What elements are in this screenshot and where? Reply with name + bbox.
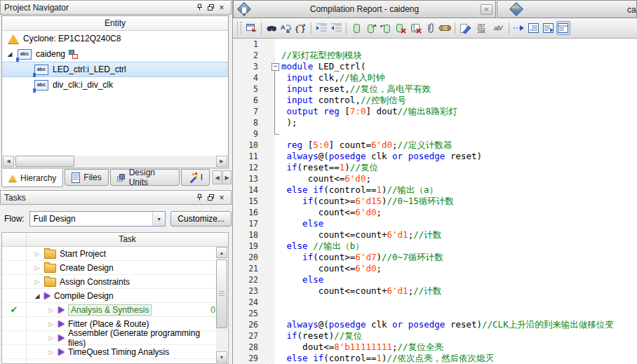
code-line[interactable]: 16 count<=6'd0; bbox=[233, 207, 637, 218]
close-icon[interactable]: × bbox=[216, 192, 227, 203]
code-line[interactable]: 7 output reg [7:0] dout//输出8路彩灯 bbox=[233, 106, 637, 117]
code-line[interactable]: 18 count<=count+6'd1;//计数 bbox=[233, 229, 637, 241]
spell-check-icon[interactable]: ab/ bbox=[490, 21, 506, 35]
task-row[interactable]: ◢Compile Design bbox=[2, 289, 228, 303]
scroll-up-icon[interactable]: ▲ bbox=[216, 247, 227, 258]
scrollbar-thumb[interactable] bbox=[15, 156, 74, 167]
code-window-titlebar[interactable]: ca bbox=[497, 0, 637, 18]
task-row[interactable]: ▷Assign Constraints bbox=[2, 275, 228, 289]
tab-files[interactable]: Files bbox=[65, 169, 108, 186]
code-line[interactable]: 25 bbox=[233, 308, 637, 319]
expand-arrow-icon[interactable]: ▷ bbox=[34, 250, 41, 257]
code-line[interactable]: 10 reg [5:0] count=6'd0;//定义计数器 bbox=[233, 140, 637, 151]
view-report-icon[interactable] bbox=[527, 21, 541, 35]
code-line[interactable]: 4 input clk,//输入时钟 bbox=[233, 72, 637, 83]
code-line[interactable]: 5 input reset,//复位，高电平有效 bbox=[233, 83, 637, 95]
collapse-arrow-icon[interactable]: ◢ bbox=[34, 292, 41, 299]
scrollbar-thumb[interactable] bbox=[216, 259, 227, 328]
code-line[interactable]: 11 always@(posedge clk or posedge reset) bbox=[233, 151, 637, 162]
code-line[interactable]: 29 else if(control==1)//依次点亮，然后依次熄灭 bbox=[233, 353, 637, 364]
code-line[interactable]: 20 if(count>=6'd7)//0~7循环计数 bbox=[233, 252, 637, 263]
code-line[interactable]: 21 count<=6'd0; bbox=[233, 263, 637, 274]
expand-arrow-icon[interactable]: ▷ bbox=[34, 264, 41, 271]
toolbar-grip[interactable] bbox=[237, 22, 241, 34]
task-row[interactable]: ▷Assembler (Generate programming files) bbox=[2, 331, 228, 345]
task-row[interactable]: ▷TimeQuest Timing Analysis bbox=[2, 345, 228, 359]
code-line[interactable]: 22 else bbox=[233, 274, 637, 285]
edit-pencil-icon[interactable] bbox=[458, 21, 472, 35]
code-line[interactable]: 14 else if(control==1)//输出（a） bbox=[233, 184, 637, 196]
float-window-icon[interactable] bbox=[205, 2, 216, 13]
replace-icon[interactable]: AB bbox=[279, 21, 293, 35]
code-line[interactable]: 27 if(reset)//复位 bbox=[233, 330, 637, 342]
tree-item-device[interactable]: Cyclone: EP1C12Q240C8 bbox=[2, 31, 228, 46]
line-count-icon[interactable]: 267268 bbox=[473, 21, 490, 35]
code-line[interactable]: 23 count<=count+6'd1;//计数 bbox=[233, 285, 637, 297]
pin-icon[interactable] bbox=[194, 192, 205, 203]
float-window-icon[interactable] bbox=[205, 192, 216, 203]
tab-ip-components[interactable]: I bbox=[181, 169, 210, 186]
code-line[interactable]: 9 bbox=[233, 128, 637, 140]
scroll-down-icon[interactable]: ▼ bbox=[216, 351, 227, 363]
expand-arrow-icon[interactable]: ▷ bbox=[34, 278, 41, 285]
tree-item-top-entity[interactable]: ◢ caideng bbox=[2, 46, 228, 62]
close-icon[interactable]: × bbox=[216, 2, 227, 13]
code-line[interactable]: 28 dout<=8'b11111111;//复位全亮 bbox=[233, 342, 637, 353]
fold-collapse-icon[interactable] bbox=[271, 63, 279, 71]
code-line[interactable]: 15 if(count>=6'd15)//0~15循环计数 bbox=[233, 196, 637, 207]
code-line[interactable]: 12 if(reset==1)//复位 bbox=[233, 162, 637, 173]
flow-select[interactable]: Full Design ▼ bbox=[29, 211, 166, 227]
vertical-scrollbar[interactable]: ▲ ▼ bbox=[216, 247, 227, 363]
code-line[interactable]: 8 ); bbox=[233, 117, 637, 128]
tab-hierarchy[interactable]: Hierarchy bbox=[1, 169, 63, 187]
view-split-icon[interactable] bbox=[556, 21, 570, 35]
scroll-right-icon[interactable]: ▶ bbox=[216, 156, 227, 167]
task-row[interactable]: ▷ bbox=[2, 359, 228, 364]
expand-arrow-icon[interactable]: ▷ bbox=[48, 306, 55, 314]
expanded-arrow-icon[interactable]: ◢ bbox=[6, 50, 13, 58]
view-file-icon[interactable] bbox=[542, 21, 556, 35]
tab-scroll-left-icon[interactable]: ◀ bbox=[213, 170, 222, 184]
code-line[interactable]: 24 bbox=[233, 297, 637, 308]
entity-column-header[interactable]: Entity bbox=[2, 16, 228, 31]
task-column-header[interactable]: Task bbox=[27, 233, 228, 246]
insert-attachment-icon[interactable] bbox=[423, 21, 437, 35]
pin-icon[interactable] bbox=[194, 2, 205, 13]
code-line[interactable]: 19 else //输出（b） bbox=[233, 241, 637, 252]
scrollbar-track[interactable] bbox=[14, 156, 216, 167]
tree-item-div-clk[interactable]: div_clk:i_div_clk bbox=[2, 77, 228, 93]
find-icon[interactable] bbox=[264, 21, 279, 35]
expand-arrow-icon[interactable]: ▷ bbox=[48, 349, 55, 356]
close-icon[interactable]: ✕ bbox=[481, 4, 492, 15]
customize-button[interactable]: Customize... bbox=[170, 211, 232, 227]
code-line[interactable]: 2//彩灯花型控制模块 bbox=[233, 50, 637, 61]
scroll-left-icon[interactable]: ◀ bbox=[3, 156, 14, 167]
code-line[interactable]: 1 bbox=[233, 39, 637, 50]
goto-arrow-icon[interactable] bbox=[512, 21, 526, 35]
previous-bookmark-icon[interactable] bbox=[379, 21, 393, 35]
code-line[interactable]: 3module LED_ctrl( bbox=[233, 61, 637, 72]
code-line[interactable]: 6 input control,//控制信号 bbox=[233, 95, 637, 106]
task-row[interactable]: ▷Start Project bbox=[2, 247, 228, 261]
expand-arrow-icon[interactable]: ▷ bbox=[48, 321, 55, 328]
tab-design-units[interactable]: Design Units bbox=[110, 169, 180, 186]
editor-window-icon[interactable] bbox=[244, 21, 258, 35]
compilation-report-window-titlebar[interactable]: Compilation Report - caideng ✕ bbox=[233, 0, 496, 18]
expand-arrow-icon[interactable]: ▷ bbox=[48, 335, 55, 342]
horizontal-scrollbar[interactable]: ◀ ▶ bbox=[3, 156, 227, 167]
code-line[interactable]: 13 count<=6'd0; bbox=[233, 173, 637, 184]
chevron-down-icon[interactable]: ▼ bbox=[152, 212, 165, 226]
unindent-icon[interactable] bbox=[329, 21, 343, 35]
status-column-header[interactable] bbox=[2, 233, 27, 246]
macro-scroll-icon[interactable] bbox=[438, 21, 452, 35]
task-row[interactable]: ✔▷Analysis & Synthesis0 bbox=[2, 303, 228, 317]
indent-icon[interactable] bbox=[314, 21, 328, 35]
scrollbar-track[interactable] bbox=[216, 258, 227, 351]
code-editor[interactable]: 12//彩灯花型控制模块3module LED_ctrl(4 input clk… bbox=[233, 39, 637, 364]
task-row[interactable]: ▷Create Design bbox=[2, 261, 228, 275]
next-bookmark-icon[interactable] bbox=[364, 21, 378, 35]
delete-all-bookmarks-icon[interactable] bbox=[408, 21, 422, 35]
tab-scroll-right-icon[interactable]: ▶ bbox=[222, 170, 232, 184]
toggle-bookmark-icon[interactable] bbox=[349, 21, 363, 35]
code-line[interactable]: 17 else bbox=[233, 218, 637, 229]
